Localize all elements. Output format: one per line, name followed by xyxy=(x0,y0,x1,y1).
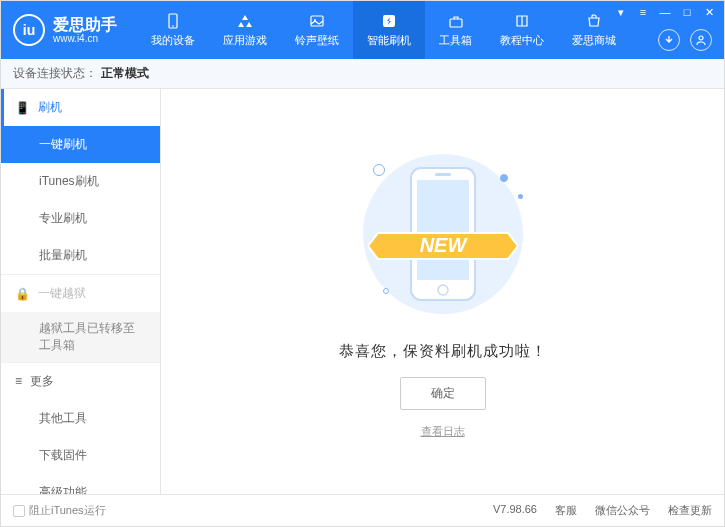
sidebar: 📱 刷机 一键刷机 iTunes刷机 专业刷机 批量刷机 🔒 一键越狱 越狱工具… xyxy=(1,89,161,494)
tab-smart-flash[interactable]: 智能刷机 xyxy=(353,1,425,59)
settings-icon[interactable]: ≡ xyxy=(636,5,650,19)
checkbox-block-itunes[interactable]: 阻止iTunes运行 xyxy=(13,503,106,518)
minimize-icon[interactable]: — xyxy=(658,5,672,19)
sidebar-item-pro-flash[interactable]: 专业刷机 xyxy=(1,200,160,237)
svg-rect-10 xyxy=(435,173,451,176)
download-icon[interactable] xyxy=(658,29,680,51)
sidebar-item-other-tools[interactable]: 其他工具 xyxy=(1,400,160,437)
flash-icon xyxy=(380,12,398,30)
book-icon xyxy=(513,12,531,30)
sidebar-item-advanced[interactable]: 高级功能 xyxy=(1,474,160,494)
link-wechat[interactable]: 微信公众号 xyxy=(595,503,650,518)
bottom-bar: 阻止iTunes运行 V7.98.66 客服 微信公众号 检查更新 xyxy=(1,494,724,526)
tab-toolbox[interactable]: 工具箱 xyxy=(425,1,486,59)
svg-text:NEW: NEW xyxy=(419,234,468,256)
sidebar-item-batch-flash[interactable]: 批量刷机 xyxy=(1,237,160,274)
sidebar-group-more[interactable]: ≡ 更多 xyxy=(1,363,160,400)
status-label: 设备连接状态： xyxy=(13,65,97,82)
logo-icon: iu xyxy=(13,14,45,46)
logo-area: iu 爱思助手 www.i4.cn xyxy=(13,14,117,46)
lock-icon: 🔒 xyxy=(15,287,30,301)
sidebar-jailbreak-note: 越狱工具已转移至工具箱 xyxy=(1,312,160,362)
svg-point-6 xyxy=(699,36,703,40)
sidebar-group-flash[interactable]: 📱 刷机 xyxy=(1,89,160,126)
user-icon[interactable] xyxy=(690,29,712,51)
new-badge-icon: NEW xyxy=(368,223,518,269)
status-bar: 设备连接状态： 正常模式 xyxy=(1,59,724,89)
svg-rect-5 xyxy=(450,19,462,27)
app-title: 爱思助手 xyxy=(53,16,117,34)
menu-icon[interactable]: ▾ xyxy=(614,5,628,19)
checkbox-icon xyxy=(13,505,25,517)
store-icon xyxy=(585,12,603,30)
sidebar-item-oneclick-flash[interactable]: 一键刷机 xyxy=(1,126,160,163)
image-icon xyxy=(308,12,326,30)
window-controls: ▾ ≡ — □ ✕ xyxy=(614,5,716,19)
maximize-icon[interactable]: □ xyxy=(680,5,694,19)
nav-tabs: 我的设备 应用游戏 铃声壁纸 智能刷机 工具箱 教程中心 爱思商城 xyxy=(137,1,630,59)
svg-point-1 xyxy=(172,25,174,27)
phone-small-icon: 📱 xyxy=(15,101,30,115)
sidebar-group-jailbreak[interactable]: 🔒 一键越狱 xyxy=(1,275,160,312)
status-value: 正常模式 xyxy=(101,65,149,82)
tab-tutorial[interactable]: 教程中心 xyxy=(486,1,558,59)
svg-rect-2 xyxy=(311,16,323,26)
version-label: V7.98.66 xyxy=(493,503,537,518)
link-check-update[interactable]: 检查更新 xyxy=(668,503,712,518)
app-header: iu 爱思助手 www.i4.cn 我的设备 应用游戏 铃声壁纸 智能刷机 工具… xyxy=(1,1,724,59)
view-log-link[interactable]: 查看日志 xyxy=(421,424,465,439)
phone-icon xyxy=(164,12,182,30)
sidebar-item-download-firmware[interactable]: 下载固件 xyxy=(1,437,160,474)
link-support[interactable]: 客服 xyxy=(555,503,577,518)
tab-apps-games[interactable]: 应用游戏 xyxy=(209,1,281,59)
svg-rect-4 xyxy=(383,15,395,27)
close-icon[interactable]: ✕ xyxy=(702,5,716,19)
main-content: NEW 恭喜您，保资料刷机成功啦！ 确定 查看日志 xyxy=(161,89,724,494)
confirm-button[interactable]: 确定 xyxy=(400,377,486,410)
more-icon: ≡ xyxy=(15,374,22,388)
apps-icon xyxy=(236,12,254,30)
app-url: www.i4.cn xyxy=(53,33,117,44)
toolbox-icon xyxy=(447,12,465,30)
tab-ringtone-wallpaper[interactable]: 铃声壁纸 xyxy=(281,1,353,59)
tab-my-device[interactable]: 我的设备 xyxy=(137,1,209,59)
success-message: 恭喜您，保资料刷机成功啦！ xyxy=(339,342,547,361)
sidebar-item-itunes-flash[interactable]: iTunes刷机 xyxy=(1,163,160,200)
success-illustration: NEW xyxy=(353,144,533,324)
